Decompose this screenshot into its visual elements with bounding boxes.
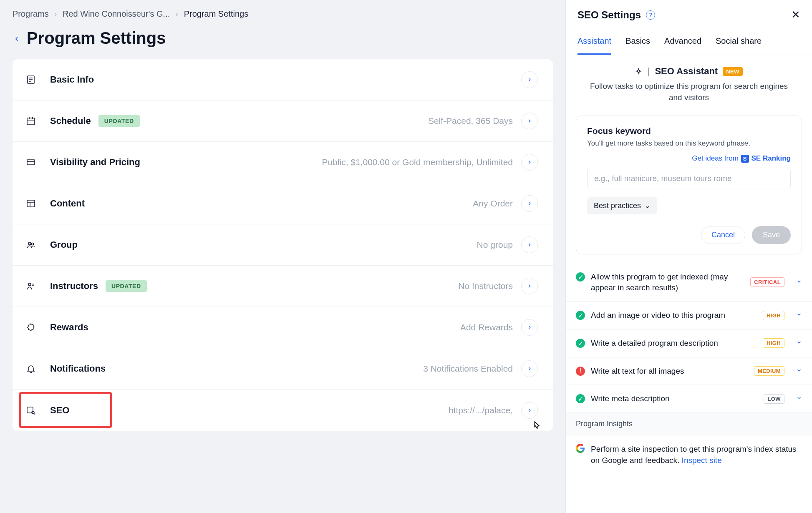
row-label: Visibility and Pricing — [50, 157, 140, 168]
task-row[interactable]: ! Write alt text for all images MEDIUM — [566, 357, 812, 385]
updated-badge: UPDATED — [106, 280, 147, 292]
svg-point-5 — [32, 243, 34, 245]
card-icon — [24, 157, 38, 167]
row-schedule[interactable]: Schedule UPDATED Self-Paced, 365 Days — [13, 101, 553, 142]
row-instructors[interactable]: Instructors UPDATED No Instructors — [13, 266, 553, 307]
cancel-button[interactable]: Cancel — [701, 226, 745, 244]
tab-assistant[interactable]: Assistant — [577, 36, 611, 55]
task-row[interactable]: ✓ Allow this program to get indexed (may… — [566, 263, 812, 302]
new-chip: NEW — [723, 67, 743, 76]
row-notifications[interactable]: Notifications 3 Notifications Enabled — [13, 348, 553, 390]
row-label: Basic Info — [50, 74, 94, 85]
task-row[interactable]: ✓ Add an image or video to this program … — [566, 302, 812, 329]
breadcrumb-current: Program Settings — [184, 9, 249, 19]
focus-keyword-input[interactable] — [587, 168, 791, 189]
task-row[interactable]: ✓ Write a detailed program description H… — [566, 329, 812, 357]
row-content[interactable]: Content Any Order — [13, 183, 553, 224]
inspect-site-link[interactable]: Inspect site — [682, 456, 722, 465]
seo-settings-panel: SEO Settings ? ✕ Assistant Basics Advanc… — [565, 0, 812, 513]
se-ranking-link[interactable]: Get ideas from S SE Ranking — [587, 154, 791, 163]
breadcrumb-program[interactable]: Red Wine Connoisseur's G... — [63, 9, 170, 19]
assistant-heading: SEO Assistant — [655, 66, 718, 77]
svg-rect-3 — [27, 200, 35, 207]
chevron-down-icon[interactable] — [796, 367, 802, 375]
tab-advanced[interactable]: Advanced — [664, 36, 701, 55]
task-text: Write meta description — [591, 393, 758, 404]
back-button[interactable]: ‹ — [15, 33, 18, 44]
chevron-down-icon[interactable] — [796, 312, 802, 319]
task-list: ✓ Allow this program to get indexed (may… — [566, 263, 812, 474]
check-icon: ✓ — [576, 272, 585, 282]
chevron-right-icon[interactable] — [521, 236, 538, 253]
check-icon: ✓ — [576, 311, 585, 320]
panel-tabs: Assistant Basics Advanced Social share — [566, 25, 812, 55]
row-summary: No Instructors — [458, 281, 521, 291]
chevron-right-icon[interactable] — [521, 71, 538, 88]
updated-badge: UPDATED — [98, 115, 140, 127]
task-text: Write alt text for all images — [591, 366, 748, 377]
page-title: Program Settings — [27, 29, 166, 48]
priority-badge: CRITICAL — [750, 277, 784, 287]
badge-icon — [24, 322, 38, 332]
chevron-down-icon[interactable] — [796, 395, 802, 402]
row-visibility-pricing[interactable]: Visibility and Pricing Public, $1,000.00… — [13, 142, 553, 183]
row-summary: Any Order — [473, 199, 521, 209]
chevron-down-icon[interactable] — [796, 279, 802, 286]
layout-icon — [24, 199, 38, 209]
google-icon — [576, 444, 585, 453]
chevron-right-icon[interactable] — [521, 360, 538, 377]
breadcrumb: Programs › Red Wine Connoisseur's G... ›… — [13, 9, 553, 19]
chevron-right-icon: › — [55, 10, 57, 18]
bell-icon — [24, 364, 38, 374]
row-label: SEO — [50, 405, 69, 416]
row-basic-info[interactable]: Basic Info — [13, 59, 553, 101]
save-button[interactable]: Save — [752, 226, 791, 244]
check-icon: ✓ — [576, 394, 585, 403]
row-summary: Public, $1,000.00 or Gold membership, Un… — [322, 157, 521, 167]
breadcrumb-programs[interactable]: Programs — [13, 9, 49, 19]
row-seo[interactable]: SEO https://.../palace, — [13, 390, 553, 431]
insight-row: Perform a site inspection to get this pr… — [566, 435, 812, 474]
assistant-subheading: Follow tasks to optimize this program fo… — [583, 81, 795, 103]
seo-icon — [24, 405, 38, 415]
chevron-right-icon[interactable] — [521, 113, 538, 129]
row-summary: Self-Paced, 365 Days — [428, 116, 521, 126]
best-practices-dropdown[interactable]: Best practices ⌄ — [587, 197, 657, 214]
row-label: Notifications — [50, 363, 106, 374]
pointer-cursor-icon — [530, 420, 542, 431]
row-summary: No group — [477, 240, 521, 250]
close-icon[interactable]: ✕ — [791, 8, 800, 21]
row-summary: Add Rewards — [460, 322, 521, 332]
check-icon: ✓ — [576, 339, 585, 348]
se-ranking-icon: S — [741, 155, 749, 163]
settings-card: Basic Info Schedule UPDATED Self-Paced, … — [13, 59, 553, 431]
row-label: Rewards — [50, 322, 88, 333]
svg-point-6 — [28, 283, 31, 286]
svg-point-4 — [28, 242, 31, 245]
error-icon: ! — [576, 367, 585, 376]
chevron-right-icon[interactable] — [521, 154, 538, 171]
priority-badge: HIGH — [763, 311, 784, 320]
row-label: Instructors — [50, 281, 98, 292]
row-rewards[interactable]: Rewards Add Rewards — [13, 307, 553, 348]
tab-social-share[interactable]: Social share — [716, 36, 762, 55]
row-label: Schedule — [50, 116, 91, 126]
chevron-right-icon: › — [176, 10, 178, 18]
chevron-right-icon[interactable] — [521, 402, 538, 419]
group-icon — [24, 240, 38, 250]
task-row[interactable]: ✓ Write meta description LOW — [566, 385, 812, 413]
row-group[interactable]: Group No group — [13, 224, 553, 266]
row-summary: https://.../palace, — [449, 405, 521, 415]
help-icon[interactable]: ? — [646, 10, 655, 20]
calendar-icon — [24, 116, 38, 126]
priority-badge: MEDIUM — [754, 366, 784, 376]
program-insights-head: Program Insights — [566, 413, 812, 435]
chevron-right-icon[interactable] — [521, 319, 538, 336]
chevron-down-icon[interactable] — [796, 339, 802, 347]
focus-title: Focus keyword — [587, 126, 791, 136]
tab-basics[interactable]: Basics — [625, 36, 650, 55]
row-summary: 3 Notifications Enabled — [423, 364, 521, 374]
chevron-right-icon[interactable] — [521, 278, 538, 294]
document-icon — [24, 75, 38, 85]
chevron-right-icon[interactable] — [521, 195, 538, 212]
